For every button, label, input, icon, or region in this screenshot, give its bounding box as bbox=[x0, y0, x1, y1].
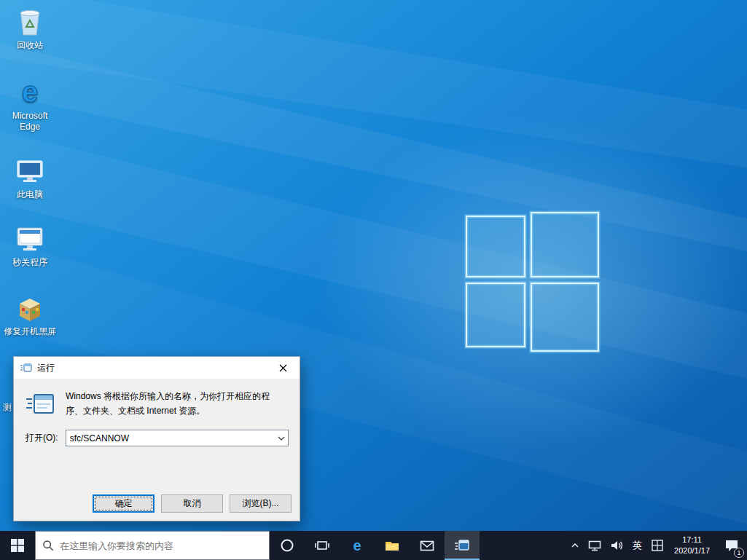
svg-text:e: e bbox=[22, 76, 38, 108]
run-dialog-body: Windows 将根据你所输入的名称，为你打开相应的程序、文件夹、文档或 Int… bbox=[14, 379, 300, 521]
desktop-icon-this-pc[interactable]: 此电脑 bbox=[1, 155, 58, 200]
taskbar: e bbox=[0, 531, 747, 560]
desktop-icon-repair[interactable]: 修复开机黑屏 bbox=[1, 292, 58, 337]
taskbar-item-file-explorer[interactable] bbox=[375, 531, 410, 560]
desktop-icon-label: 秒关程序 bbox=[12, 257, 47, 268]
mail-icon bbox=[419, 537, 435, 553]
taskbar-item-mail[interactable] bbox=[410, 531, 445, 560]
desktop-icon-microsoft-edge[interactable]: e Microsoft Edge bbox=[1, 76, 58, 133]
chevron-down-icon bbox=[278, 436, 285, 441]
this-pc-icon bbox=[14, 155, 46, 187]
network-icon bbox=[587, 538, 602, 553]
desktop-icon-recycle-bin[interactable]: 回收站 bbox=[1, 6, 58, 51]
run-dialog-title: 运行 bbox=[37, 362, 55, 374]
taskbar-empty-area bbox=[480, 531, 566, 560]
run-dialog: 运行 Windows 将根据你所输入的名称，为你打开相应的程序、文件夹、文档或 … bbox=[13, 356, 300, 521]
run-dialog-description: Windows 将根据你所输入的名称，为你打开相应的程序、文件夹、文档或 Int… bbox=[66, 390, 286, 419]
action-center-button[interactable]: 1 bbox=[716, 531, 747, 560]
tray-time: 17:11 bbox=[674, 535, 710, 545]
taskbar-item-cortana[interactable] bbox=[270, 531, 305, 560]
desktop-icon-label: 修复开机黑屏 bbox=[4, 326, 56, 337]
taskbar-search-box[interactable] bbox=[35, 531, 270, 560]
notification-badge: 1 bbox=[734, 548, 744, 558]
chevron-up-icon bbox=[570, 540, 580, 551]
tray-show-hidden-icons[interactable] bbox=[566, 531, 584, 560]
cancel-button[interactable]: 取消 bbox=[161, 494, 223, 513]
search-input[interactable] bbox=[60, 540, 262, 551]
file-explorer-icon bbox=[384, 537, 400, 553]
tray-date: 2020/1/17 bbox=[674, 545, 710, 556]
taskbar-item-run-active[interactable] bbox=[445, 531, 480, 560]
desktop-icon-label-partial[interactable]: 测 bbox=[3, 401, 12, 414]
windows-start-icon bbox=[11, 539, 24, 552]
combobox-dropdown-button[interactable] bbox=[275, 430, 288, 446]
tray-clock[interactable]: 17:11 2020/1/17 bbox=[668, 531, 716, 560]
run-window-icon bbox=[454, 537, 470, 553]
taskbar-apps: e bbox=[270, 531, 480, 560]
svg-text:e: e bbox=[353, 537, 361, 553]
taskbar-item-edge[interactable]: e bbox=[340, 531, 375, 560]
close-icon bbox=[279, 364, 287, 372]
desktop-icon-label: Microsoft Edge bbox=[1, 111, 58, 133]
system-tray: 英 17:11 2020/1/17 1 bbox=[566, 531, 747, 560]
tray-network[interactable] bbox=[584, 531, 606, 560]
run-command-combobox bbox=[66, 430, 289, 446]
browse-button[interactable]: 浏览(B)... bbox=[230, 494, 292, 513]
desktop-icon-label: 此电脑 bbox=[17, 189, 43, 200]
start-button[interactable] bbox=[0, 531, 35, 560]
close-button[interactable] bbox=[267, 357, 300, 379]
run-dialog-titlebar[interactable]: 运行 bbox=[14, 357, 300, 379]
ime-grid-icon bbox=[651, 539, 664, 552]
run-icon-large bbox=[26, 390, 55, 419]
cortana-icon bbox=[280, 538, 294, 553]
desktop-icon-program[interactable]: 秒关程序 bbox=[1, 223, 58, 268]
taskbar-item-task-view[interactable] bbox=[305, 531, 340, 560]
tray-volume[interactable] bbox=[606, 531, 627, 560]
ok-button[interactable]: 确定 bbox=[93, 494, 155, 513]
desktop-icon-label: 回收站 bbox=[17, 40, 43, 51]
open-label: 打开(O): bbox=[26, 432, 58, 444]
run-command-input[interactable] bbox=[66, 430, 275, 446]
task-view-icon bbox=[315, 538, 329, 553]
speaker-icon bbox=[609, 538, 624, 553]
run-icon bbox=[20, 362, 32, 374]
tray-language-indicator[interactable]: 英 bbox=[627, 531, 647, 560]
tray-ime[interactable] bbox=[647, 531, 668, 560]
edge-icon: e bbox=[14, 76, 46, 109]
repair-toolbox-icon bbox=[14, 292, 46, 324]
search-icon bbox=[42, 540, 54, 551]
recycle-bin-icon bbox=[14, 6, 46, 38]
program-monitor-icon bbox=[14, 223, 46, 255]
edge-icon: e bbox=[349, 537, 365, 553]
